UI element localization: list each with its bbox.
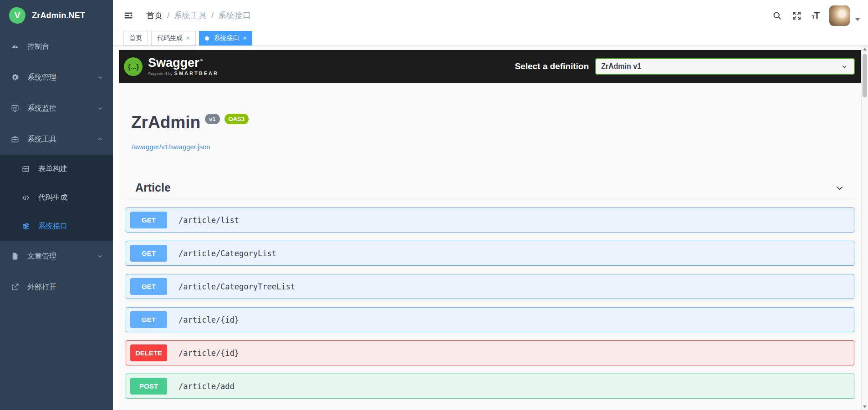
sidebar-submenu-tools: 表单构建 代码生成 系统接口 — [0, 155, 113, 241]
sidebar-item-code-generator[interactable]: 代码生成 — [0, 183, 113, 212]
vertical-scrollbar[interactable] — [861, 46, 868, 410]
tabs-bar: 首页 代码生成 × 系统接口 × — [113, 31, 868, 46]
swagger-logo-text: Swagger — [148, 56, 199, 70]
endpoint-row[interactable]: GET /article/list — [126, 208, 854, 233]
sidebar-item-label: 外部打开 — [27, 283, 56, 292]
method-badge: GET — [130, 245, 167, 262]
api-version-badge: v1 — [205, 114, 220, 124]
spec-json-link[interactable]: /swagger/v1/swagger.json — [132, 143, 210, 151]
sidebar-item-label: 系统工具 — [27, 135, 56, 144]
method-badge: POST — [130, 378, 167, 395]
fullscreen-icon[interactable] — [792, 11, 802, 20]
sidebar-item-system-monitor[interactable]: 系统监控 — [0, 93, 113, 124]
tab-label: 系统接口 — [214, 34, 239, 42]
font-size-icon[interactable]: тT — [812, 10, 819, 21]
api-info: ZrAdminv1OAS3 /swagger/v1/swagger.json — [126, 83, 854, 151]
sidebar-item-dashboard[interactable]: 控制台 — [0, 31, 113, 62]
close-icon[interactable]: × — [186, 35, 190, 42]
document-icon — [11, 252, 19, 260]
chevron-down-icon — [841, 63, 848, 70]
endpoint-path: /article/{id} — [179, 349, 239, 358]
endpoint-row[interactable]: GET /article/CategoryTreeList — [126, 274, 854, 299]
form-table-icon — [22, 165, 30, 173]
tab-code-generator[interactable]: 代码生成 × — [151, 31, 196, 46]
definition-select[interactable]: ZrAdmin v1 — [595, 58, 855, 75]
sidebar-item-system-api[interactable]: 系统接口 — [0, 212, 113, 241]
chevron-down-icon — [97, 106, 103, 111]
breadcrumb-home[interactable]: 首页 — [146, 10, 163, 21]
swagger-logo-icon: {…} — [124, 57, 143, 76]
breadcrumb-separator: / — [167, 11, 169, 20]
sidebar-item-article-manage[interactable]: 文章管理 — [0, 241, 113, 272]
scrollbar-thumb[interactable] — [863, 54, 867, 97]
smartbear-text: SMARTBEAR — [174, 71, 219, 76]
breadcrumb-system-tools[interactable]: 系统工具 — [174, 10, 207, 21]
code-icon — [22, 194, 30, 202]
app-logo-letter: V — [15, 10, 20, 20]
font-size-icon-large: T — [814, 10, 819, 20]
tag-section-title: Article — [135, 181, 171, 194]
chevron-up-icon — [97, 137, 103, 142]
app-logo[interactable]: V ZrAdmin.NET — [0, 0, 113, 31]
endpoint-path: /article/CategoryTreeList — [179, 282, 295, 291]
swagger-logo-glyph: {…} — [128, 63, 139, 71]
sidebar-item-label: 系统接口 — [38, 222, 67, 231]
app-logo-icon: V — [9, 7, 26, 24]
sidebar-item-system-manage[interactable]: 系统管理 — [0, 62, 113, 93]
sidebar: V ZrAdmin.NET 控制台 系统管理 — [0, 0, 113, 410]
sliders-icon — [22, 223, 30, 231]
app-title: ZrAdmin.NET — [32, 11, 85, 20]
chevron-down-icon — [97, 253, 103, 259]
user-menu-caret-icon[interactable] — [855, 18, 860, 21]
api-title: ZrAdmin — [131, 113, 200, 132]
endpoint-row[interactable]: GET /article/CategoryList — [126, 241, 854, 266]
breadcrumb-separator: / — [211, 11, 214, 20]
api-tag-section: Article GET /article/list GET /article/C… — [126, 177, 854, 399]
scrollbar-up-arrow-icon[interactable] — [863, 48, 867, 51]
main-area: 首页 / 系统工具 / 系统接口 — [113, 0, 868, 410]
breadcrumb: 首页 / 系统工具 / 系统接口 — [146, 10, 251, 21]
user-avatar[interactable] — [829, 5, 850, 26]
breadcrumb-system-api: 系统接口 — [218, 10, 251, 21]
select-definition-label: Select a definition — [515, 61, 589, 71]
close-icon[interactable]: × — [243, 35, 246, 42]
navbar-actions: тT — [772, 5, 860, 26]
endpoint-row[interactable]: GET /article/{id} — [126, 307, 854, 332]
endpoint-path: /article/add — [179, 382, 235, 391]
scrollbar-down-arrow-icon[interactable] — [863, 405, 867, 408]
sidebar-item-external-open[interactable]: 外部打开 — [0, 272, 113, 303]
method-badge: GET — [130, 278, 167, 295]
sidebar-item-system-tools[interactable]: 系统工具 — [0, 124, 113, 155]
monitor-chart-icon — [11, 104, 19, 112]
swagger-wrapper: ZrAdminv1OAS3 /swagger/v1/swagger.json A… — [119, 83, 861, 399]
tab-home[interactable]: 首页 — [123, 31, 148, 46]
definition-select-value: ZrAdmin v1 — [601, 62, 641, 71]
oas3-badge: OAS3 — [225, 114, 249, 124]
endpoint-row[interactable]: POST /article/add — [126, 374, 854, 399]
chevron-down-icon — [97, 75, 103, 80]
trademark-glyph: ™ — [199, 59, 204, 63]
external-link-icon — [11, 283, 19, 291]
sidebar-collapse-icon[interactable] — [123, 10, 133, 20]
dashboard-gauge-icon — [11, 42, 19, 51]
tab-system-api[interactable]: 系统接口 × — [199, 31, 252, 46]
chevron-down-icon — [835, 183, 844, 192]
app-root: V ZrAdmin.NET 控制台 系统管理 — [0, 0, 868, 410]
swagger-topbar: {…} Swagger™ Supported bySMARTBEAR Selec… — [119, 50, 861, 83]
tab-label: 首页 — [129, 34, 142, 42]
sidebar-item-label: 系统监控 — [27, 104, 56, 113]
sidebar-item-form-builder[interactable]: 表单构建 — [0, 155, 113, 183]
top-navbar: 首页 / 系统工具 / 系统接口 — [113, 0, 868, 31]
endpoint-path: /article/{id} — [179, 315, 239, 324]
gear-icon — [11, 73, 19, 81]
method-badge: DELETE — [130, 344, 167, 361]
search-icon[interactable] — [772, 11, 782, 20]
tag-section-header[interactable]: Article — [126, 177, 854, 199]
endpoint-row[interactable]: DELETE /article/{id} — [126, 340, 854, 365]
swagger-logo-wordmark: Swagger™ Supported bySMARTBEAR — [148, 57, 219, 76]
sidebar-item-label: 代码生成 — [38, 193, 67, 202]
toolbox-icon — [11, 135, 19, 143]
swagger-logo: {…} Swagger™ Supported bySMARTBEAR — [124, 57, 219, 76]
page-content: {…} Swagger™ Supported bySMARTBEAR Selec… — [113, 46, 868, 410]
endpoint-path: /article/CategoryList — [179, 249, 276, 258]
